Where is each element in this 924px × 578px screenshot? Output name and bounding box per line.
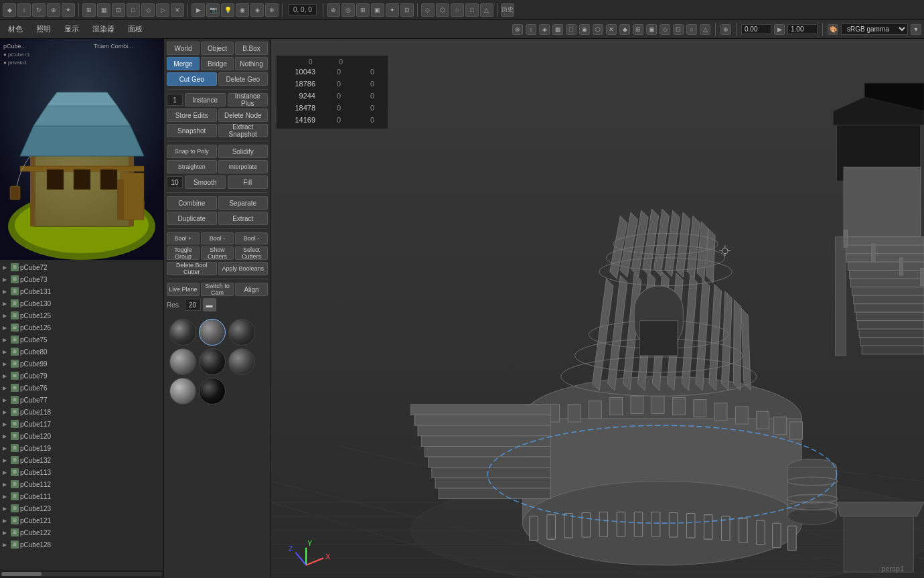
toggle-group-btn[interactable]: Toggle Group [167,246,200,260]
num-field-2[interactable] [787,24,818,34]
show-cutters-btn[interactable]: Show Cutters [201,246,234,260]
object-item-pcube132[interactable]: ▶ ⊞ pCube132 [0,454,163,466]
vp-dropdown-arrow[interactable]: ▼ [911,24,921,35]
object-item-pcube117[interactable]: ▶ ⊞ pCube117 [0,418,163,430]
grid-icon[interactable]: ▦ [97,3,110,17]
toolG-icon[interactable]: ◇ [421,3,435,17]
delete-node-btn[interactable]: Delete Node [218,109,268,122]
move-icon[interactable]: ↕ [17,3,31,17]
interpolate-btn[interactable]: Interpolate [218,160,268,173]
object-item-pcube77[interactable]: ▶ ⊞ pCube77 [0,394,163,406]
vp-icon-14[interactable]: ○ [686,24,697,35]
menu-caise[interactable]: 材色 [3,23,28,35]
vp-icon-12[interactable]: ◇ [660,24,670,35]
tool8-icon[interactable]: ◈ [250,3,264,17]
toolJ-icon[interactable]: □ [465,3,479,17]
instance-btn[interactable]: Instance [185,93,226,106]
vp-icon-2[interactable]: ↕ [526,24,536,35]
res-value[interactable]: 20 [185,299,201,311]
num-field-1[interactable] [741,24,771,34]
bool-minus-btn[interactable]: Bool - [201,232,234,244]
toolI-icon[interactable]: ○ [451,3,464,17]
smooth-btn[interactable]: Smooth [185,175,226,189]
menu-xuanranqi[interactable]: 渲染器 [87,23,120,35]
extract-btn[interactable]: Extract [218,212,268,225]
object-item-pcube73[interactable]: ▶ ⊞ pCube73 [0,273,163,285]
transform-icon[interactable]: ✦ [62,3,75,17]
toolF-icon[interactable]: ⊡ [400,3,414,17]
object-item-pcube99[interactable]: ▶ ⊞ pCube99 [0,358,163,370]
toolB-icon[interactable]: ◎ [341,3,355,17]
object-btn[interactable]: Object [201,42,234,55]
live-plane-btn[interactable]: Live Plane [167,283,200,296]
duplicate-btn[interactable]: Duplicate [167,212,217,225]
object-list[interactable]: ▶ ⊞ pCube72 ▶ ⊞ pCube73 ▶ ⊞ pCube131 ▶ ⊞… [0,260,163,570]
sphere-thumb-6[interactable] [228,348,255,375]
object-item-pcube131[interactable]: ▶ ⊞ pCube131 [0,285,163,297]
vp-icon-3[interactable]: ◈ [539,24,550,35]
color-space-dropdown[interactable]: sRGB gamma [841,23,908,35]
object-item-pcube130[interactable]: ▶ ⊞ pCube130 [0,297,163,309]
toolD-icon[interactable]: ▣ [371,3,384,17]
history-icon[interactable]: 历史 [501,3,514,17]
toolH-icon[interactable]: ⬡ [436,3,449,17]
instance-plus-btn[interactable]: Instance Plus [228,93,268,106]
straighten-btn[interactable]: Straighten [167,160,217,173]
menu-mianban[interactable]: 面板 [123,23,148,35]
select-cutters-btn[interactable]: Select Cutters [235,246,268,260]
sphere-thumb-2[interactable] [199,319,226,346]
tool7-icon[interactable]: ✕ [171,3,184,17]
vp-icon-13[interactable]: ⊡ [673,24,684,35]
vp-icon-15[interactable]: △ [700,24,710,35]
snapshot-btn[interactable]: Snapshot [167,124,217,137]
vp-icon-9[interactable]: ◆ [619,24,630,35]
vp-arrow-icon[interactable]: ▶ [774,24,785,35]
cut-geo-btn[interactable]: Cut Geo [167,72,217,86]
toolE-icon[interactable]: ✦ [386,3,399,17]
light-icon[interactable]: 💡 [221,3,234,17]
object-item-pcube113[interactable]: ▶ ⊞ pCube113 [0,466,163,478]
sphere-thumb-8[interactable] [199,378,226,405]
tool9-icon[interactable]: ⊗ [265,3,279,17]
nothing-btn[interactable]: Nothing [235,57,268,70]
object-item-pcube128[interactable]: ▶ ⊞ pCube128 [0,538,163,551]
object-item-pcube76[interactable]: ▶ ⊞ pCube76 [0,382,163,394]
object-item-pcube120[interactable]: ▶ ⊞ pCube120 [0,430,163,442]
delete-bool-cutter-btn[interactable]: Delete Bool Cutter [167,262,217,275]
object-item-pcube79[interactable]: ▶ ⊞ pCube79 [0,370,163,382]
geo-icon[interactable]: ◉ [236,3,249,17]
rotate-icon[interactable]: ↻ [32,3,46,17]
toolA-icon[interactable]: ⊕ [327,3,340,17]
fill-btn[interactable]: Fill [228,175,268,189]
vp-icon-10[interactable]: ⊞ [633,24,643,35]
vp-icon-6[interactable]: ◉ [579,24,590,35]
solidify-btn[interactable]: Solidify [218,145,268,158]
object-item-pcube75[interactable]: ▶ ⊞ pCube75 [0,334,163,346]
toolK-icon[interactable]: △ [480,3,493,17]
tool5-icon[interactable]: ◇ [141,3,155,17]
list-scrollbar[interactable] [0,570,163,578]
object-item-pcube72[interactable]: ▶ ⊞ pCube72 [0,261,163,273]
instance-number[interactable]: 1 [167,94,183,106]
bool-plus-btn[interactable]: Bool + [167,232,200,244]
render-icon[interactable]: ▶ [191,3,205,17]
bool-dot-btn[interactable]: Bool - [235,232,268,244]
object-item-pcube80[interactable]: ▶ ⊞ pCube80 [0,346,163,358]
store-edits-btn[interactable]: Store Edits [167,109,217,122]
select-icon[interactable]: ◆ [3,3,16,17]
extract-snapshot-btn[interactable]: Extract Snapshot [218,124,268,137]
camera-icon[interactable]: 📷 [206,3,220,17]
merge-btn[interactable]: Merge [167,57,200,70]
apply-booleans-btn[interactable]: Apply Booleans [218,262,268,275]
object-item-pcube111[interactable]: ▶ ⊞ pCube111 [0,490,163,502]
vp-icon-8[interactable]: ✕ [606,24,617,35]
combine-btn[interactable]: Combine [167,196,217,210]
object-item-pcube118[interactable]: ▶ ⊞ pCube118 [0,406,163,418]
object-item-pcube126[interactable]: ▶ ⊞ pCube126 [0,321,163,334]
delete-geo-btn[interactable]: Delete Geo [218,72,268,86]
object-item-pcube125[interactable]: ▶ ⊞ pCube125 [0,309,163,321]
res-bar-btn[interactable]: ▬ [203,298,216,311]
object-item-pcube119[interactable]: ▶ ⊞ pCube119 [0,442,163,454]
sphere-thumb-5[interactable] [199,348,226,375]
object-item-pcube123[interactable]: ▶ ⊞ pCube123 [0,502,163,514]
